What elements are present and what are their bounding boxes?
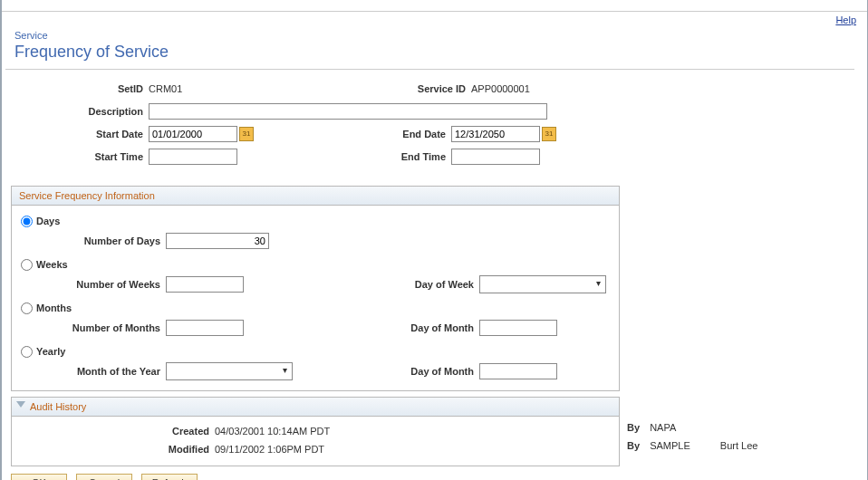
end-time-input[interactable] (451, 149, 540, 165)
month-of-year-select[interactable] (166, 362, 293, 380)
setid-label: SetID (5, 83, 149, 94)
page-title: Frequency of Service (5, 43, 854, 70)
top-bar (2, 0, 867, 12)
section-heading: Service Frequency Information (12, 187, 619, 206)
month-of-year-label: Month of the Year (35, 366, 166, 377)
serviceid-label: Service ID (402, 83, 471, 94)
day-of-month-label: Day of Month (380, 322, 479, 333)
day-of-month2-label: Day of Month (380, 366, 479, 377)
end-time-label: End Time (382, 151, 451, 162)
modified-label: Modified (19, 444, 215, 455)
day-of-month-input[interactable] (479, 320, 557, 336)
description-input[interactable] (149, 103, 547, 120)
start-time-label: Start Time (5, 151, 149, 162)
modified-by-id: SAMPLE (650, 440, 690, 451)
weeks-radio[interactable] (21, 259, 33, 271)
description-label: Description (5, 106, 149, 117)
ok-button[interactable]: OK (11, 474, 67, 480)
collapse-icon[interactable] (16, 401, 25, 408)
yearly-radio[interactable] (21, 346, 33, 358)
start-time-input[interactable] (149, 149, 237, 165)
months-radio[interactable] (21, 302, 33, 314)
cancel-button[interactable]: Cancel (76, 474, 132, 480)
start-date-label: Start Date (5, 129, 149, 139)
end-date-input[interactable] (451, 126, 540, 142)
yearly-label: Yearly (36, 346, 65, 357)
calendar-icon[interactable]: 31 (239, 127, 254, 141)
num-weeks-input[interactable] (166, 276, 244, 293)
num-days-label: Number of Days (35, 235, 166, 246)
num-weeks-label: Number of Weeks (35, 279, 166, 290)
help-link[interactable]: Help (835, 14, 856, 25)
modified-by-name: Burt Lee (720, 440, 758, 451)
modified-by-label: By (627, 440, 640, 451)
created-value: 04/03/2001 10:14AM PDT (215, 426, 330, 437)
created-by-label: By (627, 422, 640, 433)
service-frequency-section: Service Frequency Information Days Numbe… (11, 186, 620, 391)
created-by-id: NAPA (650, 422, 676, 433)
day-of-week-select[interactable] (479, 275, 606, 293)
refresh-button[interactable]: Refresh (141, 474, 198, 480)
num-days-input[interactable] (166, 233, 269, 249)
weeks-label: Weeks (36, 259, 68, 270)
days-label: Days (36, 216, 60, 226)
days-radio[interactable] (21, 216, 33, 227)
created-label: Created (19, 426, 215, 437)
audit-history-section: Audit History Created 04/03/2001 10:14AM… (11, 397, 620, 466)
end-date-label: End Date (382, 129, 451, 139)
day-of-week-label: Day of Week (380, 279, 479, 290)
breadcrumb: Service (5, 28, 854, 43)
num-months-input[interactable] (166, 320, 244, 336)
day-of-month2-input[interactable] (479, 363, 557, 379)
months-label: Months (36, 302, 72, 313)
serviceid-value: APP0000001 (471, 83, 530, 94)
modified-value: 09/11/2002 1:06PM PDT (215, 444, 324, 455)
num-months-label: Number of Months (35, 322, 166, 333)
audit-heading-text: Audit History (30, 401, 86, 412)
start-date-input[interactable] (149, 126, 237, 142)
audit-heading: Audit History (12, 398, 619, 417)
calendar-icon[interactable]: 31 (542, 127, 556, 141)
setid-value: CRM01 (149, 83, 257, 94)
